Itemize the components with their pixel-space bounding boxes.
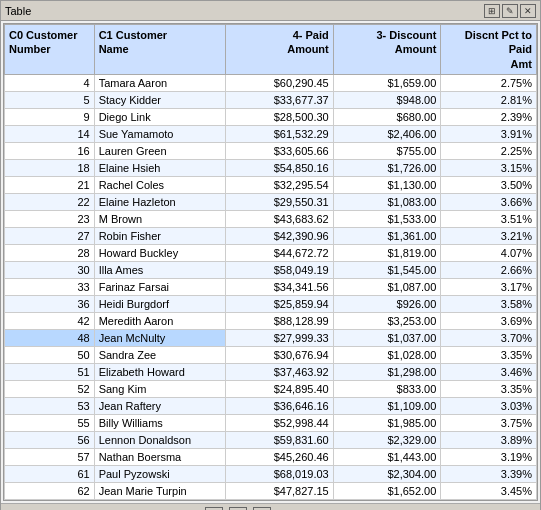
cell-paid: $27,999.33 — [226, 329, 334, 346]
cell-paid: $32,295.54 — [226, 176, 334, 193]
cell-discount: $1,037.00 — [333, 329, 441, 346]
cell-pct: 3.46% — [441, 363, 537, 380]
cell-paid: $68,019.03 — [226, 465, 334, 482]
cell-discount: $2,329.00 — [333, 431, 441, 448]
table-row[interactable]: 56Lennon Donaldson$59,831.60$2,329.003.8… — [5, 431, 537, 448]
cell-pct: 2.39% — [441, 108, 537, 125]
cell-paid: $42,390.96 — [226, 227, 334, 244]
cell-discount: $1,087.00 — [333, 278, 441, 295]
close-icon-button[interactable]: ✕ — [520, 4, 536, 18]
table-row[interactable]: 55Billy Williams$52,998.44$1,985.003.75% — [5, 414, 537, 431]
cell-number: 21 — [5, 176, 95, 193]
table-row[interactable]: 23M Brown$43,683.62$1,533.003.51% — [5, 210, 537, 227]
data-table: C0 CustomerNumber C1 CustomerName 4- Pai… — [4, 24, 537, 500]
cell-number: 56 — [5, 431, 95, 448]
cell-name: Jean Raftery — [94, 397, 226, 414]
cell-discount: $2,406.00 — [333, 125, 441, 142]
cell-pct: 3.89% — [441, 431, 537, 448]
cell-name: Meredith Aaron — [94, 312, 226, 329]
table-row[interactable]: 18Elaine Hsieh$54,850.16$1,726.003.15% — [5, 159, 537, 176]
cell-pct: 2.81% — [441, 91, 537, 108]
table-row[interactable]: 28Howard Buckley$44,672.72$1,819.004.07% — [5, 244, 537, 261]
cell-discount: $1,659.00 — [333, 74, 441, 91]
cell-number: 30 — [5, 261, 95, 278]
table-row[interactable]: 22Elaine Hazleton$29,550.31$1,083.003.66… — [5, 193, 537, 210]
cell-pct: 3.51% — [441, 210, 537, 227]
cell-name: M Brown — [94, 210, 226, 227]
cell-paid: $28,500.30 — [226, 108, 334, 125]
table-row[interactable]: 30Illa Ames$58,049.19$1,545.002.66% — [5, 261, 537, 278]
table-row[interactable]: 4Tamara Aaron$60,290.45$1,659.002.75% — [5, 74, 537, 91]
col-header-c1: C1 CustomerName — [94, 25, 226, 75]
cell-paid: $58,049.19 — [226, 261, 334, 278]
cell-name: Elaine Hsieh — [94, 159, 226, 176]
table-row[interactable]: 21Rachel Coles$32,295.54$1,130.003.50% — [5, 176, 537, 193]
cell-discount: $1,298.00 — [333, 363, 441, 380]
table-row[interactable]: 33Farinaz Farsai$34,341.56$1,087.003.17% — [5, 278, 537, 295]
cell-name: Rachel Coles — [94, 176, 226, 193]
cell-pct: 3.17% — [441, 278, 537, 295]
cell-pct: 3.70% — [441, 329, 537, 346]
cell-number: 51 — [5, 363, 95, 380]
main-window: Table ⊞ ✎ ✕ C0 CustomerNumber C1 Custome… — [0, 0, 541, 510]
cell-pct: 3.35% — [441, 380, 537, 397]
cell-pct: 2.66% — [441, 261, 537, 278]
col-header-paid: 4- PaidAmount — [226, 25, 334, 75]
table-row[interactable]: 27Robin Fisher$42,390.96$1,361.003.21% — [5, 227, 537, 244]
table-row[interactable]: 16Lauren Green$33,605.66$755.002.25% — [5, 142, 537, 159]
cell-discount: $1,545.00 — [333, 261, 441, 278]
cell-pct: 3.03% — [441, 397, 537, 414]
cell-discount: $1,083.00 — [333, 193, 441, 210]
table-row[interactable]: 53Jean Raftery$36,646.16$1,109.003.03% — [5, 397, 537, 414]
cell-pct: 3.66% — [441, 193, 537, 210]
edit-icon-button[interactable]: ✎ — [502, 4, 518, 18]
cell-name: Sue Yamamoto — [94, 125, 226, 142]
cell-discount: $1,726.00 — [333, 159, 441, 176]
cell-discount: $1,819.00 — [333, 244, 441, 261]
cell-pct: 3.58% — [441, 295, 537, 312]
cell-pct: 3.50% — [441, 176, 537, 193]
table-row[interactable]: 36Heidi Burgdorf$25,859.94$926.003.58% — [5, 295, 537, 312]
cell-pct: 3.75% — [441, 414, 537, 431]
cell-discount: $926.00 — [333, 295, 441, 312]
cell-paid: $36,646.16 — [226, 397, 334, 414]
cell-discount: $2,304.00 — [333, 465, 441, 482]
cell-discount: $1,130.00 — [333, 176, 441, 193]
cell-pct: 3.35% — [441, 346, 537, 363]
table-row[interactable]: 48Jean McNulty$27,999.33$1,037.003.70% — [5, 329, 537, 346]
cell-name: Sang Kim — [94, 380, 226, 397]
cell-number: 52 — [5, 380, 95, 397]
table-row[interactable]: 52Sang Kim$24,895.40$833.003.35% — [5, 380, 537, 397]
col-header-disc: 3- DiscountAmount — [333, 25, 441, 75]
table-row[interactable]: 42Meredith Aaron$88,128.99$3,253.003.69% — [5, 312, 537, 329]
cell-number: 28 — [5, 244, 95, 261]
cell-name: Elizabeth Howard — [94, 363, 226, 380]
cell-paid: $33,605.66 — [226, 142, 334, 159]
table-row[interactable]: 61Paul Pyzowski$68,019.03$2,304.003.39% — [5, 465, 537, 482]
table-row[interactable]: 51Elizabeth Howard$37,463.92$1,298.003.4… — [5, 363, 537, 380]
cell-number: 36 — [5, 295, 95, 312]
cell-paid: $34,341.56 — [226, 278, 334, 295]
cell-discount: $1,109.00 — [333, 397, 441, 414]
cell-name: Sandra Zee — [94, 346, 226, 363]
cell-discount: $1,028.00 — [333, 346, 441, 363]
cell-pct: 3.19% — [441, 448, 537, 465]
table-row[interactable]: 9Diego Link$28,500.30$680.002.39% — [5, 108, 537, 125]
window-title: Table — [5, 5, 31, 17]
cell-paid: $24,895.40 — [226, 380, 334, 397]
cell-name: Elaine Hazleton — [94, 193, 226, 210]
cell-paid: $43,683.62 — [226, 210, 334, 227]
table-row[interactable]: 57Nathan Boersma$45,260.46$1,443.003.19% — [5, 448, 537, 465]
cell-pct: 3.69% — [441, 312, 537, 329]
table-row[interactable]: 62Jean Marie Turpin$47,827.15$1,652.003.… — [5, 482, 537, 499]
cell-pct: 3.45% — [441, 482, 537, 499]
table-row[interactable]: 5Stacy Kidder$33,677.37$948.002.81% — [5, 91, 537, 108]
cell-name: Nathan Boersma — [94, 448, 226, 465]
table-footer: ▲ ▼ ⬇ Rows 1 - 25 — [1, 503, 540, 510]
cell-pct: 2.75% — [441, 74, 537, 91]
grid-icon-button[interactable]: ⊞ — [484, 4, 500, 18]
table-row[interactable]: 14Sue Yamamoto$61,532.29$2,406.003.91% — [5, 125, 537, 142]
cell-number: 23 — [5, 210, 95, 227]
cell-discount: $1,533.00 — [333, 210, 441, 227]
table-row[interactable]: 50Sandra Zee$30,676.94$1,028.003.35% — [5, 346, 537, 363]
